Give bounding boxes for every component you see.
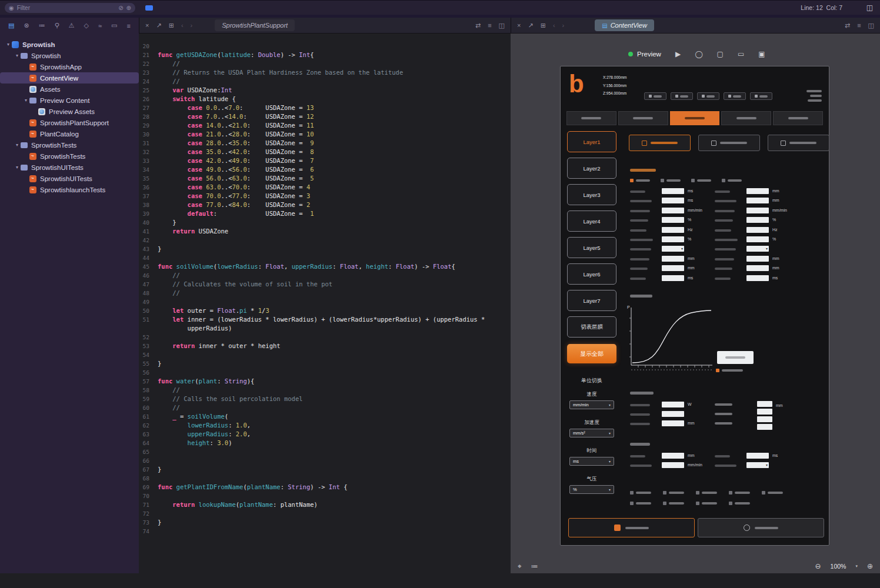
code-line[interactable]: 71 return lookupName(plantName: plantNam… — [139, 500, 511, 509]
code-line[interactable]: 69func getPlantIDFromName(plantName: Str… — [139, 483, 511, 492]
bookmarks-icon[interactable]: ≔ — [39, 22, 45, 29]
tab-contentview[interactable]: ▤ ContentView — [595, 19, 654, 31]
code-line[interactable]: 66 — [139, 456, 511, 465]
sidebar-item-preview-content[interactable]: ▾Preview Content — [0, 95, 139, 106]
code-line[interactable]: 64 height: 3.0) — [139, 439, 511, 447]
check-item[interactable] — [696, 491, 717, 495]
code-line[interactable]: 43} — [139, 245, 511, 253]
show-all-button[interactable]: 显示全部 — [567, 344, 616, 363]
device-icon[interactable]: ▭ — [738, 50, 744, 58]
preview-settings-icon[interactable]: ≔ — [531, 562, 538, 570]
back-icon[interactable]: ‹ — [553, 22, 555, 29]
sidebar-item-plantcatalog[interactable]: PlantCatalog — [0, 128, 139, 139]
check-item[interactable] — [630, 491, 651, 495]
param-input[interactable] — [662, 198, 684, 203]
param-input[interactable] — [662, 256, 684, 262]
sidebar-item-sprowtishtests[interactable]: SprowtishTests — [0, 151, 139, 162]
device-tab[interactable] — [670, 111, 720, 125]
unit-select[interactable]: %▾ — [569, 485, 614, 494]
layer-button[interactable]: Layer7 — [567, 290, 616, 311]
option-item[interactable] — [661, 179, 681, 182]
header-tool-button[interactable] — [644, 92, 666, 100]
param-input[interactable] — [746, 236, 769, 242]
duplicate-icon[interactable]: ▣ — [758, 50, 765, 58]
param-input[interactable] — [662, 411, 684, 417]
param-input[interactable] — [746, 265, 769, 271]
code-line[interactable]: 51 let inner = (lowerRadius * lowerRadiu… — [139, 315, 511, 333]
tool-button[interactable] — [629, 135, 691, 151]
code-line[interactable]: 25 var USDAZone:Int — [139, 86, 511, 95]
code-line[interactable]: 39 default: USDAZone = 1 — [139, 209, 511, 218]
code-line[interactable]: 21func getUSDAZone(latitude: Double) -> … — [139, 51, 511, 59]
close-editor-icon[interactable]: × — [145, 22, 149, 29]
check-item[interactable] — [663, 491, 684, 495]
sidebar-item-sprowtish[interactable]: ▾Sprowtish — [0, 50, 139, 61]
unit-select[interactable]: mm/s²▾ — [569, 429, 614, 437]
code-line[interactable]: 45func soilVolume(lowerRadius: Float, up… — [139, 262, 511, 271]
check-item[interactable] — [663, 502, 684, 505]
param-input[interactable] — [662, 420, 684, 426]
inspect-icon[interactable]: ▢ — [717, 50, 724, 58]
param-input[interactable] — [746, 275, 769, 281]
code-line[interactable]: 58 // — [139, 386, 511, 395]
zoom-out-icon[interactable]: ⊖ — [815, 562, 821, 570]
sidebar-item-sprowtishlaunchtests[interactable]: SprowtishlaunchTests — [0, 184, 139, 195]
header-tool-button[interactable] — [697, 92, 719, 100]
code-editor[interactable]: 2021func getUSDAZone(latitude: Double) -… — [139, 34, 511, 573]
cut-layer-button[interactable]: 切表层膜 — [567, 316, 616, 338]
device-tab[interactable] — [566, 111, 616, 125]
param-input[interactable]: ▾ — [746, 246, 769, 252]
param-input[interactable] — [662, 208, 684, 213]
param-input[interactable] — [662, 188, 684, 194]
breakpoints-icon[interactable]: ▭ — [111, 22, 117, 29]
code-line[interactable]: 41 return USDAZone — [139, 227, 511, 236]
code-line[interactable]: 33 case 42.0..<49.0: USDAZone = 7 — [139, 156, 511, 165]
secondary-action-button[interactable] — [698, 518, 824, 537]
issues-icon[interactable]: ⚠ — [69, 22, 75, 29]
sidebar-item-sprowtishuitests[interactable]: SprowtishUITests — [0, 173, 139, 184]
code-line[interactable]: 22 // — [139, 59, 511, 68]
code-line[interactable]: 20 — [139, 42, 511, 51]
code-line[interactable]: 50 let outer = Float.pi * 1/3 — [139, 306, 511, 315]
code-line[interactable]: 35 case 56.0..<63.0: USDAZone = 5 — [139, 174, 511, 183]
code-line[interactable]: 29 case 14.0..<21.0: USDAZone = 11 — [139, 121, 511, 130]
option-item[interactable] — [691, 179, 711, 182]
tab-sprowtishplantsupport[interactable]: SprowtishPlantSupport — [215, 19, 295, 31]
play-preview-icon[interactable]: ▶ — [675, 50, 681, 58]
code-line[interactable]: 31 case 28.0..<35.0: USDAZone = 9 — [139, 139, 511, 148]
sidebar-item-sprowtishuitests[interactable]: ▾SprowtishUITests — [0, 162, 139, 173]
unit-select[interactable]: mm/min▾ — [569, 400, 614, 409]
code-line[interactable]: 57func water(plant: String){ — [139, 377, 511, 386]
device-tab[interactable] — [721, 111, 771, 125]
swap-editor-icon[interactable]: ⇄ — [475, 22, 481, 29]
breakpoints-toggle[interactable] — [145, 5, 153, 11]
option-item[interactable] — [722, 179, 742, 182]
layer-button[interactable]: Layer2 — [567, 158, 616, 179]
code-line[interactable]: 70 — [139, 492, 511, 500]
sidebar-item-sprowtishplantsupport[interactable]: SprowtishPlantSupport — [0, 117, 139, 128]
code-line[interactable]: 56 — [139, 368, 511, 377]
param-input[interactable] — [746, 453, 769, 459]
disclosure-icon[interactable]: ▾ — [22, 98, 29, 103]
header-tool-button[interactable] — [750, 92, 772, 100]
code-line[interactable]: 36 case 63.0..<70.0: USDAZone = 4 — [139, 183, 511, 192]
unit-select[interactable]: ms▾ — [569, 457, 614, 466]
check-item[interactable] — [729, 502, 750, 505]
param-input[interactable] — [662, 462, 684, 468]
param-input[interactable] — [662, 217, 684, 223]
header-tool-button[interactable] — [724, 92, 746, 100]
forward-icon[interactable]: › — [191, 22, 193, 29]
param-input[interactable] — [757, 416, 772, 422]
param-input[interactable] — [746, 198, 769, 203]
expand-editor-icon[interactable]: ↗ — [156, 22, 161, 29]
code-line[interactable]: 48 // — [139, 289, 511, 298]
close-editor-icon[interactable]: × — [517, 22, 521, 29]
check-item[interactable] — [630, 502, 651, 505]
code-line[interactable]: 65 — [139, 447, 511, 456]
header-tool-button[interactable] — [671, 92, 693, 100]
option-item[interactable] — [630, 179, 650, 182]
forward-icon[interactable]: › — [562, 22, 565, 29]
code-line[interactable]: 26 switch latitude { — [139, 95, 511, 103]
device-tab[interactable] — [618, 111, 668, 125]
sidebar-item-sprowtish[interactable]: ▾Sprowtish — [0, 39, 139, 50]
